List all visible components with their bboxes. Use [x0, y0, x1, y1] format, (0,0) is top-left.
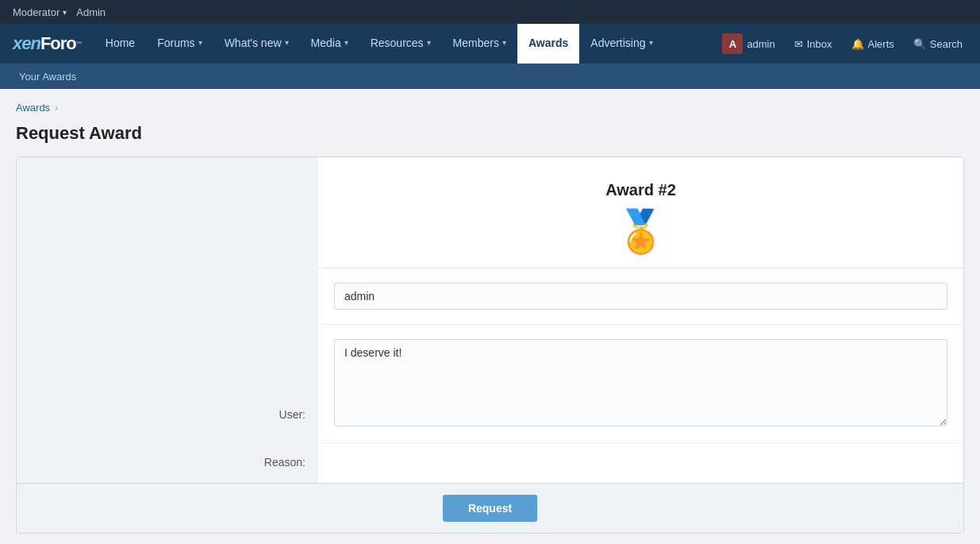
reason-textarea[interactable]: I deserve it! — [334, 339, 947, 426]
nav-media-chevron-icon: ▾ — [344, 38, 348, 47]
nav-advertising-chevron-icon: ▾ — [649, 38, 653, 47]
form-left-panel: User: Reason: — [17, 157, 318, 483]
nav-media-label: Media — [311, 37, 341, 49]
nav-home[interactable]: Home — [94, 24, 146, 64]
avatar-letter: A — [729, 38, 736, 50]
nav-awards-label: Awards — [528, 37, 568, 49]
avatar: A — [722, 33, 743, 54]
request-button[interactable]: Request — [443, 495, 537, 522]
nav-right: A admin ✉ Inbox 🔔 Alerts 🔍 Search — [714, 24, 970, 64]
form-footer: Request — [17, 483, 963, 533]
sub-nav-your-awards[interactable]: Your Awards — [13, 71, 83, 83]
user-input[interactable] — [334, 283, 947, 310]
moderator-menu[interactable]: Moderator ▾ — [13, 6, 67, 18]
admin-label: Admin — [76, 6, 106, 18]
search-button[interactable]: 🔍 Search — [905, 24, 970, 64]
username-label: admin — [747, 38, 774, 50]
nav-whats-new-chevron-icon: ▾ — [285, 38, 289, 47]
form-body: User: Reason: Award #2 🏅 — [17, 157, 963, 483]
reason-row: I deserve it! — [318, 325, 963, 444]
alerts-button[interactable]: 🔔 Alerts — [844, 24, 902, 64]
inbox-icon: ✉ — [794, 38, 803, 50]
logo-foro: Foro — [40, 33, 76, 54]
user-menu[interactable]: A admin — [714, 24, 782, 64]
bell-icon: 🔔 — [851, 38, 864, 50]
nav-awards[interactable]: Awards — [517, 24, 579, 64]
nav-advertising-label: Advertising — [590, 37, 645, 49]
user-row — [318, 268, 963, 325]
nav-resources[interactable]: Resources ▾ — [359, 24, 442, 64]
nav-forums-label: Forums — [157, 37, 194, 49]
award-icon: 🏅 — [334, 210, 947, 252]
site-logo[interactable]: xenForo™ — [10, 24, 94, 64]
award-display: Award #2 🏅 — [318, 157, 963, 268]
nav-resources-label: Resources — [371, 37, 424, 49]
nav-members[interactable]: Members ▾ — [442, 24, 517, 64]
nav-whats-new-label: What's new — [225, 37, 282, 49]
alerts-label: Alerts — [868, 38, 894, 50]
nav-members-chevron-icon: ▾ — [502, 38, 506, 47]
nav-whats-new[interactable]: What's new ▾ — [213, 24, 300, 64]
reason-input-wrap: I deserve it! — [334, 339, 947, 429]
breadcrumb-awards-link[interactable]: Awards — [16, 102, 50, 114]
content-area: Awards › Request Award User: Reason: — [0, 89, 980, 544]
search-icon: 🔍 — [913, 38, 926, 50]
sub-nav: Your Awards — [0, 64, 980, 89]
main-nav: xenForo™ Home Forums ▾ What's new ▾ Medi… — [0, 24, 980, 64]
breadcrumb: Awards › — [16, 102, 964, 114]
nav-resources-chevron-icon: ▾ — [427, 38, 431, 47]
form-card: User: Reason: Award #2 🏅 — [16, 156, 964, 534]
user-input-wrap — [334, 283, 947, 310]
nav-home-label: Home — [106, 37, 135, 49]
search-label: Search — [930, 38, 963, 50]
moderator-label: Moderator — [13, 6, 60, 18]
nav-advertising[interactable]: Advertising ▾ — [579, 24, 663, 64]
user-label: User: — [17, 402, 318, 421]
nav-members-label: Members — [453, 37, 499, 49]
logo-xen: xen — [13, 33, 40, 54]
page-title: Request Award — [16, 123, 964, 144]
nav-forums-chevron-icon: ▾ — [198, 38, 202, 47]
sub-nav-your-awards-label: Your Awards — [19, 71, 76, 83]
breadcrumb-separator: › — [55, 102, 58, 114]
logo-dot: ™ — [76, 41, 82, 48]
nav-forums[interactable]: Forums ▾ — [146, 24, 213, 64]
nav-items: Home Forums ▾ What's new ▾ Media ▾ Resou… — [94, 24, 715, 64]
inbox-label: Inbox — [807, 38, 832, 50]
top-bar: Moderator ▾ Admin — [0, 0, 980, 24]
moderator-chevron-icon: ▾ — [63, 8, 67, 17]
form-right-panel: Award #2 🏅 I deserve it! — [318, 157, 963, 483]
award-title: Award #2 — [334, 181, 947, 199]
nav-media[interactable]: Media ▾ — [300, 24, 359, 64]
admin-link[interactable]: Admin — [76, 6, 106, 18]
reason-label: Reason: — [17, 449, 318, 469]
inbox-button[interactable]: ✉ Inbox — [786, 24, 840, 64]
